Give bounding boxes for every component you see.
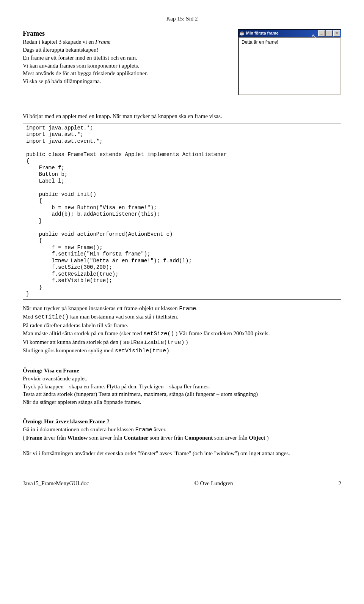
section-title: Frames bbox=[23, 29, 209, 38]
post-text: . bbox=[196, 305, 198, 311]
post-text: När man trycker på knappen instansieras … bbox=[23, 305, 179, 311]
intro-text: Vi kan använda frames som komponenter i … bbox=[23, 62, 209, 69]
code-inline: setTitle() bbox=[35, 314, 69, 320]
code-inline: Frame bbox=[179, 306, 196, 312]
code-listing: import java.applet.*; import java.awt.*;… bbox=[23, 123, 341, 300]
exercise-text: ärver från bbox=[42, 435, 67, 441]
post-text: Slutligen görs komponenten synlig med bbox=[23, 347, 115, 353]
post-text: Vi kommer att kunna ändra storlek på den… bbox=[23, 339, 123, 345]
class-name: Object bbox=[249, 435, 265, 441]
class-name: Window bbox=[67, 435, 88, 441]
exercise-text: som ärver från bbox=[148, 435, 184, 441]
exercise-text: som ärver från bbox=[213, 435, 249, 441]
closing-text: När vi i fortsättningen använder det sve… bbox=[23, 450, 341, 457]
intro-text: En frame är ett fönster med en titellist… bbox=[23, 54, 209, 62]
exercise-text: ) bbox=[265, 435, 269, 441]
exercise-heading: Övning: Hur ärver klassen Frame ? bbox=[23, 418, 110, 424]
exercise-text: ( bbox=[23, 435, 26, 441]
class-name: Frame bbox=[26, 435, 42, 441]
intro-text: Redan i kapitel 3 skapade vi en bbox=[23, 39, 95, 45]
exercise-text: Tryck på knappen – skapa en frame. Flytt… bbox=[23, 383, 341, 390]
window-content: Detta är en frame! bbox=[238, 37, 341, 95]
footer-author: © Ove Lundgren bbox=[194, 480, 233, 487]
code-inline: Frame bbox=[135, 427, 152, 433]
post-text: ) Vår frame får storleken 200x300 pixels… bbox=[174, 330, 270, 336]
code-inline: setResizable(true) bbox=[123, 339, 184, 346]
pre-code-text: Vi börjar med en applet med en knapp. Nä… bbox=[23, 113, 341, 120]
intro-frame-word: Frame bbox=[95, 39, 110, 45]
class-name: Container bbox=[124, 435, 148, 441]
post-text: Man måste alltid sätta storlek på en fra… bbox=[23, 330, 143, 336]
post-text: ) bbox=[184, 339, 188, 345]
code-inline: setSize() bbox=[143, 331, 174, 337]
embedded-window-screenshot: ☕ Min första frame ↖ _ □ × Detta är en f… bbox=[238, 29, 341, 95]
java-icon: ☕ bbox=[239, 31, 245, 36]
post-text: kan man bestämma vad som ska stå i titel… bbox=[69, 314, 178, 320]
post-text: Med bbox=[23, 314, 35, 320]
exercise-text: som ärver från bbox=[88, 435, 124, 441]
exercise-heading: Övning: Visa en Frame bbox=[23, 367, 79, 374]
footer-page-number: 2 bbox=[339, 480, 342, 487]
window-title: Min första frame bbox=[246, 31, 313, 36]
post-text: På raden därefter adderas labeln till vå… bbox=[23, 322, 341, 329]
exercise-text: ärver. bbox=[152, 426, 166, 432]
class-name: Component bbox=[184, 435, 213, 441]
minimize-button[interactable]: _ bbox=[318, 30, 325, 36]
exercise-text: När du stänger appleten stängs alla öppn… bbox=[23, 399, 341, 406]
intro-text: Dags att återuppta bekantskapen! bbox=[23, 46, 209, 54]
footer-filename: Java15_FrameMenyGUI.doc bbox=[23, 480, 89, 487]
window-titlebar: ☕ Min första frame ↖ _ □ × bbox=[238, 30, 341, 37]
intro-text: Mest används de för att bygga fristående… bbox=[23, 70, 209, 77]
maximize-button[interactable]: □ bbox=[326, 30, 333, 36]
exercise-text: Gå in i dokumentationen och studera hur … bbox=[23, 426, 135, 432]
exercise-text: Provkör ovanstående applet. bbox=[23, 375, 341, 382]
code-inline: setVisible(true) bbox=[115, 348, 169, 354]
exercise-text: Testa att ändra storlek (fungerar) Testa… bbox=[23, 391, 341, 398]
page-header: Kap 15: Sid 2 bbox=[23, 15, 341, 22]
intro-text: Vi ska se på båda tillämpningarna. bbox=[23, 78, 209, 85]
close-button[interactable]: × bbox=[333, 30, 340, 36]
